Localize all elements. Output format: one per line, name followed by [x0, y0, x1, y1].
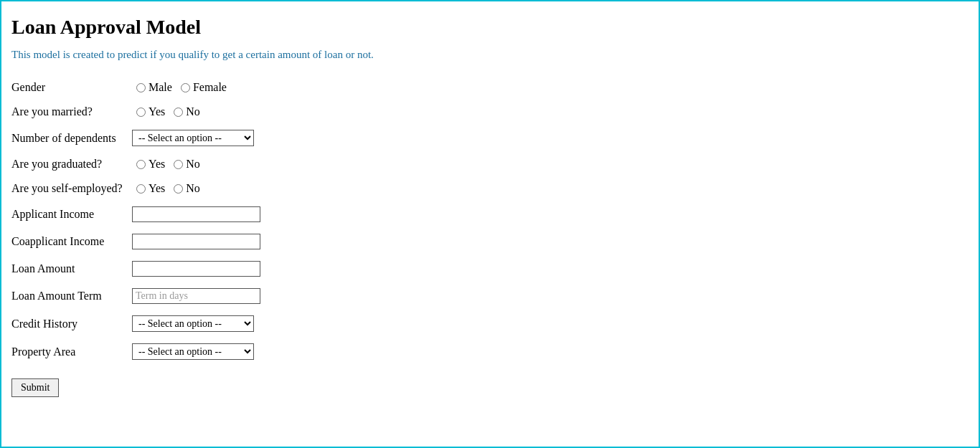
dependents-row: Number of dependents -- Select an option…	[11, 130, 969, 146]
applicant-income-input[interactable]	[132, 206, 260, 222]
graduated-row: Are you graduated? Yes No	[11, 158, 969, 171]
gender-male-radio[interactable]	[136, 83, 146, 92]
graduated-no-label[interactable]: No	[169, 158, 200, 171]
coapplicant-income-input[interactable]	[132, 234, 260, 249]
applicant-income-label: Applicant Income	[11, 208, 126, 221]
graduated-yes-text: Yes	[149, 158, 165, 171]
page-subtitle: This model is created to predict if you …	[11, 49, 969, 61]
applicant-income-row: Applicant Income	[11, 206, 969, 222]
graduated-yes-radio[interactable]	[136, 160, 146, 169]
self-employed-radio-group: Yes No	[132, 182, 200, 195]
gender-female-label[interactable]: Female	[176, 81, 227, 94]
property-area-select[interactable]: -- Select an option -- Urban Semiurban R…	[132, 343, 254, 360]
loan-amount-label: Loan Amount	[11, 262, 126, 275]
submit-row: Submit	[11, 371, 969, 397]
loan-amount-input[interactable]	[132, 261, 260, 277]
dependents-label: Number of dependents	[11, 132, 126, 145]
dependents-select[interactable]: -- Select an option -- 0 1 2 3+	[132, 130, 254, 146]
loan-amount-row: Loan Amount	[11, 261, 969, 277]
self-employed-no-label[interactable]: No	[169, 182, 200, 195]
self-employed-no-text: No	[186, 182, 200, 195]
married-no-radio[interactable]	[174, 108, 183, 117]
credit-history-select[interactable]: -- Select an option -- 0 1	[132, 315, 254, 332]
property-area-row: Property Area -- Select an option -- Urb…	[11, 343, 969, 360]
self-employed-label: Are you self-employed?	[11, 182, 126, 195]
form-section: Gender Male Female Are you married? Yes	[11, 81, 969, 397]
coapplicant-income-row: Coapplicant Income	[11, 234, 969, 249]
married-yes-text: Yes	[149, 105, 165, 118]
married-radio-group: Yes No	[132, 105, 200, 118]
gender-male-label[interactable]: Male	[132, 81, 172, 94]
gender-female-text: Female	[193, 81, 227, 94]
credit-history-row: Credit History -- Select an option -- 0 …	[11, 315, 969, 332]
married-no-text: No	[186, 105, 200, 118]
self-employed-yes-text: Yes	[149, 182, 165, 195]
coapplicant-income-label: Coapplicant Income	[11, 235, 126, 248]
page-container: Loan Approval Model This model is create…	[1, 1, 979, 423]
self-employed-row: Are you self-employed? Yes No	[11, 182, 969, 195]
self-employed-no-radio[interactable]	[174, 184, 183, 194]
self-employed-yes-radio[interactable]	[136, 184, 146, 194]
graduated-radio-group: Yes No	[132, 158, 200, 171]
married-no-label[interactable]: No	[169, 105, 200, 118]
gender-female-radio[interactable]	[181, 83, 190, 92]
graduated-yes-label[interactable]: Yes	[132, 158, 165, 171]
submit-button[interactable]: Submit	[11, 378, 59, 397]
married-yes-radio[interactable]	[136, 108, 146, 117]
gender-row: Gender Male Female	[11, 81, 969, 94]
gender-radio-group: Male Female	[132, 81, 227, 94]
graduated-no-text: No	[186, 158, 200, 171]
credit-history-label: Credit History	[11, 318, 126, 330]
loan-amount-term-label: Loan Amount Term	[11, 290, 126, 302]
loan-amount-term-row: Loan Amount Term	[11, 288, 969, 304]
loan-amount-term-input[interactable]	[132, 288, 260, 304]
graduated-no-radio[interactable]	[174, 160, 183, 169]
gender-label: Gender	[11, 81, 126, 94]
married-yes-label[interactable]: Yes	[132, 105, 165, 118]
married-row: Are you married? Yes No	[11, 105, 969, 118]
married-label: Are you married?	[11, 105, 126, 118]
self-employed-yes-label[interactable]: Yes	[132, 182, 165, 195]
gender-male-text: Male	[149, 81, 172, 94]
page-title: Loan Approval Model	[11, 16, 969, 39]
graduated-label: Are you graduated?	[11, 158, 126, 171]
property-area-label: Property Area	[11, 345, 126, 358]
